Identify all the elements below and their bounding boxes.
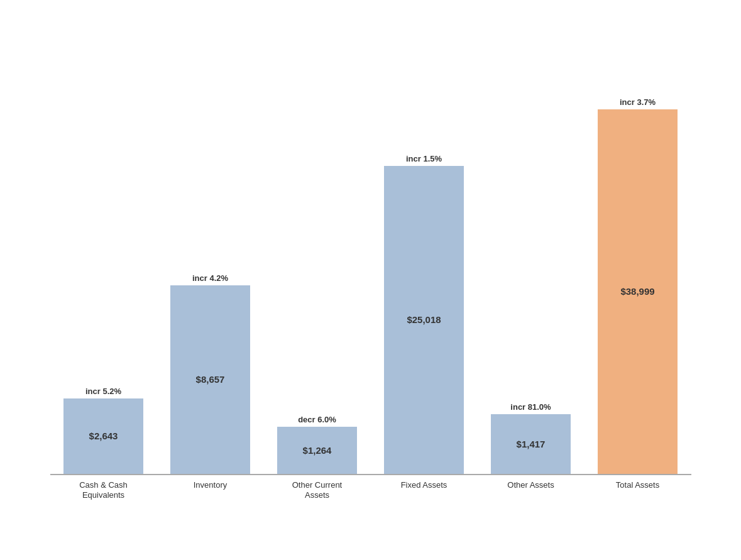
bar-change-other-current: decr 6.0% [298,415,336,424]
bar-rect-other-assets: $1,417 [491,414,571,474]
bar-value-fixed: $25,018 [407,314,441,325]
x-label-cash: Cash & CashEquivalents [50,480,157,502]
bar-change-inventory: incr 4.2% [192,273,228,283]
bar-group-cash: incr 5.2%$2,643 [50,67,157,474]
bar-group-other-current: decr 6.0%$1,264 [264,67,371,474]
bar-rect-inventory: $8,657 [170,285,251,474]
x-label-total: Total Assets [585,480,691,502]
bar-value-cash: $2,643 [89,431,118,441]
chart-area: incr 5.2%$2,643incr 4.2%$8,657decr 6.0%$… [50,67,691,475]
x-label-other-assets: Other Assets [478,480,585,502]
bar-rect-total: $38,999 [598,109,678,474]
bar-value-total: $38,999 [620,286,654,297]
bar-rect-cash: $2,643 [63,398,144,474]
bar-group-inventory: incr 4.2%$8,657 [157,67,264,474]
bar-change-cash: incr 5.2% [85,387,121,396]
bar-group-fixed: incr 1.5%$25,018 [371,67,478,474]
bar-change-other-assets: incr 81.0% [510,402,551,412]
bars-wrapper: incr 5.2%$2,643incr 4.2%$8,657decr 6.0%$… [50,67,691,474]
bar-group-total: incr 3.7%$38,999 [585,67,691,474]
bar-value-other-assets: $1,417 [517,439,546,449]
bar-rect-fixed: $25,018 [384,166,464,474]
chart-container: incr 5.2%$2,643incr 4.2%$8,657decr 6.0%$… [25,23,716,538]
bar-value-inventory: $8,657 [196,374,225,385]
x-label-fixed: Fixed Assets [371,480,478,502]
bar-value-other-current: $1,264 [303,445,332,456]
bar-change-fixed: incr 1.5% [406,154,442,163]
bar-group-other-assets: incr 81.0%$1,417 [478,67,585,474]
x-labels: Cash & CashEquivalentsInventoryOther Cur… [50,480,691,502]
x-label-inventory: Inventory [157,480,264,502]
x-label-other-current: Other CurrentAssets [264,480,371,502]
bar-rect-other-current: $1,264 [277,427,358,474]
bar-change-total: incr 3.7% [620,97,656,107]
